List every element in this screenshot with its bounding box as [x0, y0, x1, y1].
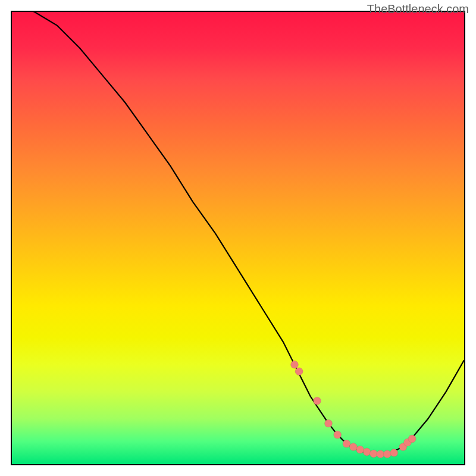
- curve-marker: [291, 361, 299, 368]
- chart-plot-area: [11, 11, 465, 465]
- curve-marker: [314, 397, 321, 405]
- chart-svg: [12, 12, 464, 464]
- bottleneck-curve-path: [12, 12, 464, 454]
- curve-marker: [349, 443, 357, 451]
- curve-marker: [383, 450, 391, 458]
- curve-marker: [408, 435, 416, 443]
- curve-marker: [334, 431, 342, 439]
- curve-marker: [356, 446, 364, 453]
- watermark-text: TheBottleneck.com: [367, 2, 469, 16]
- curve-marker: [325, 419, 333, 427]
- curve-marker: [390, 449, 398, 457]
- curve-marker: [363, 448, 371, 456]
- curve-marker: [343, 440, 350, 447]
- curve-marker: [377, 450, 384, 458]
- curve-marker: [370, 450, 378, 458]
- curve-marker: [295, 368, 303, 375]
- curve-markers: [291, 361, 416, 458]
